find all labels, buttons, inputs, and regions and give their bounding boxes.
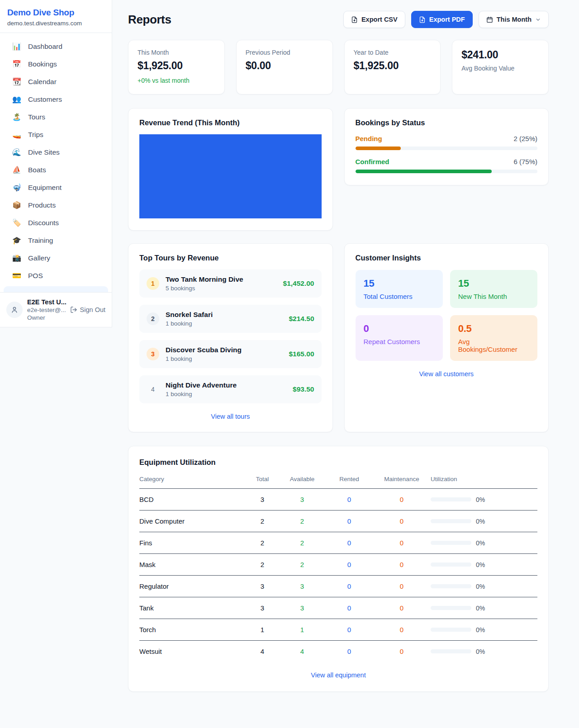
tile-value: 15: [364, 278, 435, 289]
stat-card-avg-booking-value: $241.00 Avg Booking Value: [452, 40, 549, 95]
sidebar-item-products[interactable]: 📦 Products: [0, 196, 112, 214]
tour-name: Night Dive Adventure: [166, 381, 237, 389]
view-all-customers-link[interactable]: View all customers: [356, 370, 538, 378]
tile-label: Repeat Customers: [364, 338, 435, 345]
cell-available: 3: [279, 604, 326, 612]
utilization-percent: 0%: [476, 583, 485, 590]
sidebar-item-label: Discounts: [28, 219, 59, 227]
cell-category: Wetsuit: [139, 648, 246, 655]
cell-available: 4: [279, 648, 326, 655]
cell-available: 2: [279, 561, 326, 568]
cell-total: 3: [246, 604, 279, 612]
file-download-icon: [419, 16, 426, 23]
sidebar-user-footer: E2E Test U... e2e-tester@... Owner Sign …: [0, 292, 112, 327]
export-pdf-button[interactable]: Export PDF: [411, 11, 473, 28]
utilization-track: [431, 628, 471, 632]
brand-domain: demo.test.divestreams.com: [7, 20, 104, 27]
sidebar-item-label: Bookings: [28, 60, 57, 68]
tile-label: Avg Bookings/Customer: [458, 338, 529, 353]
sidebar-item-calendar[interactable]: 📆 Calendar: [0, 73, 112, 90]
sign-out-button[interactable]: Sign Out: [70, 306, 105, 313]
wave-icon: 🌊: [12, 148, 21, 156]
view-all-tours-link[interactable]: View all tours: [139, 413, 322, 420]
sidebar-item-boats[interactable]: ⛵ Boats: [0, 161, 112, 179]
brand-name[interactable]: Demo Dive Shop: [7, 8, 104, 18]
sidebar-item-dive-sites[interactable]: 🌊 Dive Sites: [0, 143, 112, 161]
utilization-percent: 0%: [476, 561, 485, 568]
tour-bookings: 1 booking: [166, 355, 242, 362]
sidebar-item-discounts[interactable]: 🏷️ Discounts: [0, 214, 112, 232]
sidebar-item-training[interactable]: 🎓 Training: [0, 232, 112, 249]
equipment-utilization-title: Equipment Utilization: [139, 458, 537, 467]
user-email: e2e-tester@...: [27, 307, 66, 313]
table-row: Fins 2 2 0 0 0%: [139, 532, 537, 554]
cell-total: 2: [246, 561, 279, 568]
bookings-calendar-icon: 📅: [12, 60, 21, 68]
progress-track: [356, 170, 538, 173]
cell-rented: 0: [326, 648, 373, 655]
file-download-icon: [351, 16, 358, 23]
sidebar-item-label: Tours: [28, 113, 45, 121]
cell-category: Torch: [139, 626, 246, 633]
stat-value: $0.00: [246, 60, 323, 72]
sidebar-item-equipment[interactable]: 🤿 Equipment: [0, 179, 112, 196]
tag-icon: 🏷️: [12, 218, 21, 227]
app-root: Demo Dive Shop demo.test.divestreams.com…: [0, 0, 579, 719]
cell-maintenance: 0: [373, 496, 431, 503]
page-title: Reports: [128, 13, 171, 27]
person-icon: [10, 306, 19, 314]
cell-category: BCD: [139, 496, 246, 503]
cell-maintenance: 0: [373, 626, 431, 633]
sidebar-item-tours[interactable]: 🏝️ Tours: [0, 108, 112, 126]
page-header: Reports Export CSV Export PDF This Month: [128, 11, 549, 28]
sidebar-item-customers[interactable]: 👥 Customers: [0, 90, 112, 108]
equipment-utilization-card: Equipment Utilization Category Total Ava…: [128, 446, 549, 692]
utilization-track: [431, 519, 471, 523]
cell-utilization: 0%: [431, 539, 537, 547]
period-select[interactable]: This Month: [479, 11, 549, 28]
export-csv-button[interactable]: Export CSV: [343, 11, 405, 28]
tour-name: Discover Scuba Diving: [166, 346, 242, 354]
sidebar-item-label: Trips: [28, 131, 43, 139]
logout-icon: [70, 306, 77, 313]
view-all-equipment-link[interactable]: View all equipment: [139, 671, 537, 679]
sidebar-item-label: Products: [28, 201, 56, 209]
rank-badge: 1: [147, 277, 159, 290]
utilization-track: [431, 563, 471, 567]
customer-insights-title: Customer Insights: [356, 254, 538, 262]
bookings-by-status-card: Bookings by Status Pending 2 (25%) Confi…: [344, 108, 549, 185]
col-utilization: Utilization: [431, 476, 537, 482]
cell-rented: 0: [326, 496, 373, 503]
cell-rented: 0: [326, 604, 373, 612]
tile-label: New This Month: [458, 293, 529, 300]
tour-row: 1 Two Tank Morning Dive 5 bookings $1,45…: [139, 269, 322, 298]
cell-available: 3: [279, 496, 326, 503]
sidebar-item-trips[interactable]: 🚤 Trips: [0, 126, 112, 143]
sidebar-item-dashboard[interactable]: 📊 Dashboard: [0, 38, 112, 55]
island-icon: 🏝️: [12, 113, 21, 121]
cell-maintenance: 0: [373, 582, 431, 590]
top-tours-title: Top Tours by Revenue: [139, 254, 322, 262]
table-row: BCD 3 3 0 0 0%: [139, 489, 537, 511]
dashboard-icon: 📊: [12, 42, 21, 51]
cell-rented: 0: [326, 517, 373, 525]
sidebar-item-bookings[interactable]: 📅 Bookings: [0, 55, 112, 73]
tile-label: Total Customers: [364, 293, 435, 300]
tile-avg-bookings-customer: 0.5 Avg Bookings/Customer: [450, 315, 537, 361]
sidebar-active-item-partial[interactable]: [4, 286, 108, 292]
cell-rented: 0: [326, 626, 373, 633]
status-label-pending: Pending: [356, 135, 382, 142]
revenue-trend-card: Revenue Trend (This Month): [128, 108, 333, 231]
calendar-icon: 📆: [12, 77, 21, 86]
table-row: Torch 1 1 0 0 0%: [139, 619, 537, 641]
cell-utilization: 0%: [431, 518, 537, 525]
cell-rented: 0: [326, 539, 373, 547]
sidebar-item-pos[interactable]: 💳 POS: [0, 267, 112, 284]
export-pdf-label: Export PDF: [429, 16, 465, 23]
calendar-icon: [486, 16, 493, 23]
sidebar-item-gallery[interactable]: 📸 Gallery: [0, 249, 112, 267]
sidebar-item-label: Boats: [28, 166, 46, 174]
cell-utilization: 0%: [431, 496, 537, 503]
status-label-confirmed: Confirmed: [356, 158, 389, 165]
stat-card-year-to-date: Year to Date $1,925.00: [344, 40, 441, 95]
